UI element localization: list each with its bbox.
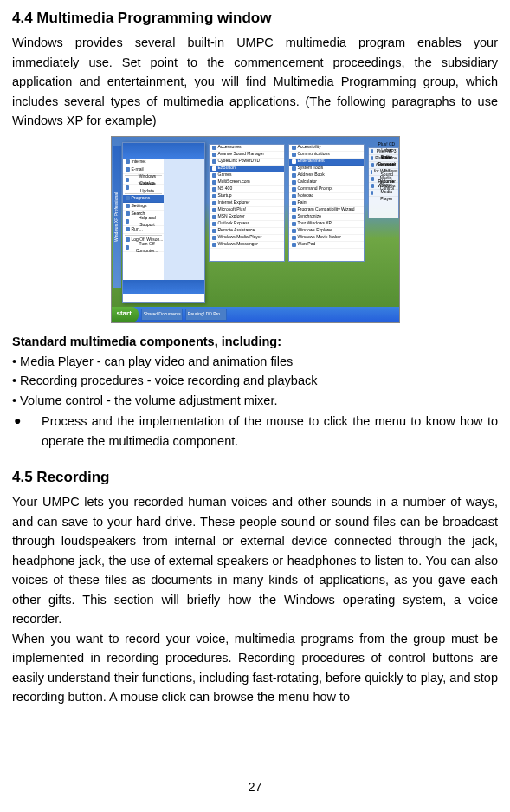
app-icon <box>126 178 130 182</box>
menu-label: Accessories <box>218 144 242 151</box>
menu-item[interactable]: Settings <box>123 203 164 211</box>
menu-label: WordPad <box>298 241 316 248</box>
app-icon <box>212 208 216 212</box>
menu-label: Command Prompt <box>298 185 333 192</box>
start-menu-right-column <box>164 159 204 280</box>
app-icon <box>371 149 374 153</box>
bullet-dot-icon: ● <box>12 412 42 451</box>
app-icon <box>126 204 130 208</box>
menu-item-programs[interactable]: Programs <box>123 195 164 203</box>
menu-label: Entertainment <box>298 158 325 165</box>
app-icon <box>126 167 130 172</box>
menu-label: Remote Assistance <box>218 227 255 234</box>
menu-item[interactable]: WordPad <box>289 242 364 249</box>
folder-icon <box>212 153 216 157</box>
taskbar-button[interactable]: Pausing! DD Pro... <box>185 309 227 321</box>
app-icon <box>371 156 373 160</box>
menu-label: Accessibility <box>298 144 321 151</box>
app-icon <box>126 185 130 190</box>
menu-label: Startup <box>218 192 232 199</box>
app-icon <box>126 245 129 250</box>
folder-icon <box>212 146 216 150</box>
folder-icon <box>292 166 296 171</box>
app-icon <box>371 191 374 195</box>
app-icon <box>126 237 130 242</box>
app-icon <box>126 219 130 224</box>
components-heading: Standard multimedia components, includin… <box>12 332 498 351</box>
menu-label: System Tools <box>298 165 324 172</box>
menu-label: Avance Sound Manager <box>218 151 265 158</box>
app-icon <box>292 194 296 198</box>
menu-item[interactable]: Help and Support <box>123 218 164 226</box>
bullet-volume: • Volume control - the volume adjustment… <box>12 391 498 410</box>
menu-item[interactable]: Internet <box>123 159 164 166</box>
app-icon <box>126 159 130 164</box>
menu-label: Windows Update <box>131 181 163 195</box>
app-icon <box>212 243 216 247</box>
menu-label: Turn Off Computer... <box>131 241 164 255</box>
menu-label: Synchronize <box>298 213 322 220</box>
menu-label: Address Book <box>298 172 325 179</box>
bullet-recording: • Recording procedures - voice recording… <box>12 371 498 390</box>
menu-label: Calculator <box>298 179 318 185</box>
app-icon <box>292 229 296 233</box>
menu-label: MultiScreen.com <box>218 179 250 185</box>
app-icon <box>292 222 296 226</box>
menu-item[interactable]: Turn Off Computer... <box>123 244 164 252</box>
folder-icon <box>212 194 216 198</box>
menu-item[interactable]: Windows Messenger <box>210 242 284 249</box>
menu-label: Games <box>218 172 232 179</box>
menu-label: Settings <box>132 203 147 210</box>
menu-label: Programs <box>132 195 151 202</box>
menu-label: E-mail <box>132 166 144 173</box>
app-icon <box>126 211 130 216</box>
app-icon <box>212 215 216 219</box>
app-icon <box>292 173 296 178</box>
folder-icon <box>212 180 216 185</box>
menu-item[interactable]: Windows Media Player <box>369 190 398 197</box>
xp-sidebar-label: Windows XP Professional <box>113 146 121 288</box>
menu-separator <box>125 235 162 236</box>
folder-icon <box>212 166 216 171</box>
figure-container: Windows XP Professional Internet E-mail … <box>12 136 498 328</box>
page-number: 27 <box>0 777 510 796</box>
menu-label: Microsoft Plus! <box>218 206 247 213</box>
section-spacer <box>12 451 498 466</box>
menu-item[interactable]: Windows Update <box>123 185 164 192</box>
menu-label: MSN Explorer <box>218 213 245 220</box>
app-icon <box>292 236 296 240</box>
start-menu-left-column: Internet E-mail Windows Catalog Windows … <box>123 159 164 280</box>
menu-label: Notepad <box>298 192 314 199</box>
menu-label: EzButton <box>218 165 236 172</box>
section-4-4-paragraph: Windows provides several built-in UMPC m… <box>12 33 498 130</box>
app-icon <box>212 201 216 205</box>
process-bullet-text: Process and the implementation of the mo… <box>42 412 498 451</box>
app-icon <box>292 215 296 219</box>
menu-label: Program Compatibility Wizard <box>298 206 355 213</box>
app-icon <box>292 243 296 247</box>
menu-label: Tour Windows XP <box>298 220 332 227</box>
programs-submenu: Accessories Avance Sound Manager CyberLi… <box>209 144 285 262</box>
folder-icon <box>292 146 296 150</box>
app-icon <box>292 208 296 212</box>
app-icon <box>292 201 296 205</box>
start-button[interactable]: start <box>112 307 139 322</box>
menu-label: NS 400 <box>218 185 233 192</box>
app-icon <box>371 177 375 181</box>
section-4-5-paragraph-2: When you want to record your voice, mult… <box>12 629 498 707</box>
folder-icon <box>292 159 296 164</box>
app-icon <box>212 236 216 240</box>
taskbar-button[interactable]: Shared Documents <box>141 309 183 321</box>
section-4-5-paragraph-1: Your UMPC lets you recorded human voices… <box>12 492 498 628</box>
menu-label: Internet <box>132 159 146 166</box>
entertainment-submenu: Plus! CD Label Maker Plus! MP3 Audio Con… <box>368 147 399 218</box>
bullet-media-player: • Media Player - can play video and anim… <box>12 352 498 371</box>
folder-icon <box>292 153 296 157</box>
taskbar: start Shared Documents Pausing! DD Pro..… <box>112 307 399 322</box>
app-icon <box>212 222 216 226</box>
menu-label: Windows Explorer <box>298 227 332 234</box>
menu-label: Paint <box>298 199 307 206</box>
app-icon <box>371 170 372 174</box>
app-icon <box>126 227 130 231</box>
menu-label: Windows Media Player <box>375 183 397 203</box>
